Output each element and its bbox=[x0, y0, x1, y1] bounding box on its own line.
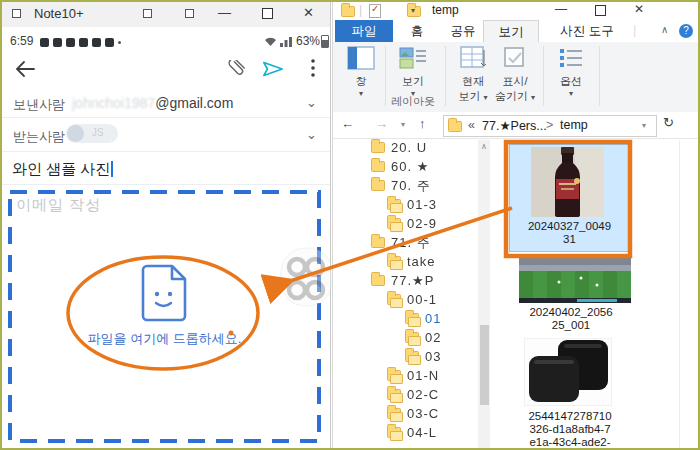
file-list-divider bbox=[679, 140, 680, 448]
ribbon-panel: 창 ▾ 보기 ▾ 레이아웃 현재 bbox=[333, 42, 700, 113]
forward-button[interactable]: → bbox=[375, 116, 388, 131]
dropdown-caret-icon: ▾ bbox=[531, 93, 535, 102]
tree-item[interactable]: 01-3 bbox=[333, 195, 479, 214]
tree-item[interactable]: 20. U bbox=[333, 138, 479, 157]
phone-emulator-window: Note10+ — ✕ 6:59 63% bbox=[0, 0, 331, 450]
recent-locations-icon[interactable]: ▾ bbox=[401, 120, 405, 129]
file-name[interactable]: 20240402_2056 25_001 bbox=[511, 306, 631, 332]
tree-item[interactable]: 70. 주 bbox=[333, 176, 479, 195]
emulator-tool-icon-2[interactable] bbox=[185, 9, 194, 18]
tab-home[interactable]: 홈 bbox=[397, 20, 437, 42]
tab-separator: | bbox=[633, 23, 636, 37]
folder-icon bbox=[371, 237, 385, 248]
signal-icon bbox=[280, 36, 293, 47]
view-layout-button[interactable]: 보기 ▾ bbox=[391, 46, 435, 98]
file-explorer-window: | ✓ ▾ temp — ✕ 파일 홈 공유 보기 사진 도구 | ∧ ? bbox=[332, 0, 700, 450]
current-view-icon bbox=[460, 46, 486, 70]
tab-file[interactable]: 파일 bbox=[335, 20, 393, 42]
minimize-button[interactable]: — bbox=[218, 5, 231, 20]
folder-icon bbox=[387, 199, 401, 210]
options-icon bbox=[558, 46, 584, 70]
explorer-window-title: temp bbox=[432, 3, 459, 17]
current-view-button[interactable]: 현재 보기 ▾ bbox=[451, 46, 495, 104]
options-button[interactable]: 옵션 ▾ bbox=[549, 46, 593, 98]
dropdown-caret-icon: ▾ bbox=[549, 89, 593, 98]
tree-item[interactable]: 02 bbox=[333, 328, 479, 347]
back-button[interactable]: ← bbox=[341, 116, 354, 131]
qat-dropdown-icon[interactable]: ▾ bbox=[411, 6, 415, 15]
close-button[interactable]: ✕ bbox=[634, 2, 644, 16]
breadcrumb-overflow[interactable]: « bbox=[468, 118, 475, 132]
dropdown-caret-icon: ▾ bbox=[341, 89, 381, 98]
pane-button[interactable]: 창 ▾ bbox=[341, 46, 381, 98]
tree-item[interactable]: 02-9 bbox=[333, 214, 479, 233]
breadcrumb-current[interactable]: temp bbox=[560, 118, 588, 132]
tree-item[interactable]: 00-1 bbox=[333, 290, 479, 309]
wine-bottle-thumbnail[interactable] bbox=[531, 147, 604, 217]
tree-item[interactable]: 03-C bbox=[333, 404, 479, 423]
tab-picture-tools[interactable]: 사진 도구 bbox=[549, 20, 625, 42]
tree-item[interactable]: 04-L bbox=[333, 423, 479, 442]
folder-icon bbox=[405, 351, 419, 362]
emulator-tool-icon-1[interactable] bbox=[143, 9, 152, 18]
show-hide-button[interactable]: 표시/ 숨기기 ▾ bbox=[491, 46, 539, 104]
recipient-chip-label: JS bbox=[92, 127, 104, 138]
tree-item[interactable]: 02-C bbox=[333, 385, 479, 404]
tree-scrollbar[interactable]: ∧ bbox=[478, 140, 490, 450]
folder-icon bbox=[371, 180, 385, 191]
refresh-button[interactable]: ↻ bbox=[663, 115, 674, 130]
attachment-paperclip-icon[interactable] bbox=[226, 60, 248, 78]
subject-input[interactable]: 와인 샘플 사진 bbox=[12, 160, 113, 179]
folder-icon bbox=[341, 6, 355, 17]
breadcrumb-box[interactable]: « 77.★Pers... > temp ▾ bbox=[443, 115, 657, 137]
breadcrumb-separator: > bbox=[546, 118, 553, 132]
minimize-button[interactable]: — bbox=[555, 2, 567, 16]
tree-item-zip[interactable]: take bbox=[333, 252, 479, 271]
scrollbar-thumb[interactable] bbox=[480, 325, 489, 405]
from-expand-chevron-icon[interactable]: ⌄ bbox=[306, 95, 317, 110]
zip-folder-icon bbox=[387, 256, 401, 267]
soccer-field-thumbnail[interactable] bbox=[519, 258, 631, 303]
help-icon[interactable]: ? bbox=[679, 24, 693, 38]
screenshot-root: Note10+ — ✕ 6:59 63% bbox=[0, 0, 700, 450]
drop-hint-text: 파일을 여기에 드롭하세요. bbox=[8, 330, 321, 348]
to-expand-chevron-icon[interactable]: ⌄ bbox=[306, 127, 317, 142]
tab-share[interactable]: 공유 bbox=[439, 20, 487, 42]
tree-item[interactable]: 01-N bbox=[333, 366, 479, 385]
back-arrow-icon[interactable] bbox=[14, 60, 36, 78]
maximize-button[interactable] bbox=[262, 8, 273, 19]
document-smiley-icon bbox=[139, 264, 191, 322]
text-cursor bbox=[111, 161, 113, 177]
file-name[interactable]: 20240327_0049 31 bbox=[511, 220, 628, 246]
folder-icon bbox=[387, 427, 401, 438]
explorer-titlebar: | ✓ ▾ temp — ✕ bbox=[333, 0, 700, 20]
tree-item-current[interactable]: 77.★P bbox=[333, 271, 479, 290]
tree-item[interactable]: 71. 주 bbox=[333, 233, 479, 252]
breadcrumb-parent[interactable]: 77.★Pers... bbox=[482, 118, 547, 133]
up-button[interactable]: ↑ bbox=[419, 116, 426, 131]
show-hide-icon bbox=[503, 46, 527, 70]
tab-view[interactable]: 보기 bbox=[483, 20, 539, 42]
folder-icon bbox=[371, 275, 385, 286]
emulator-menu-icon[interactable] bbox=[12, 9, 21, 18]
phone-window-title: Note10+ bbox=[34, 6, 84, 21]
send-icon[interactable] bbox=[262, 60, 284, 78]
recipient-chip[interactable]: JS bbox=[66, 124, 118, 143]
address-bar: ← → ▾ ↑ « 77.★Pers... > temp ▾ ↻ bbox=[333, 112, 700, 139]
tree-item[interactable]: 60. ★ bbox=[333, 157, 479, 176]
more-options-icon[interactable] bbox=[310, 58, 316, 78]
file-name[interactable]: 2544147278710 326-d1a8afb4-7 e1a-43c4-ad… bbox=[511, 410, 629, 449]
tree-item[interactable]: 03 bbox=[333, 347, 479, 366]
phone-status-bar: 6:59 63% bbox=[0, 27, 330, 54]
close-button[interactable]: ✕ bbox=[303, 5, 314, 20]
folder-icon bbox=[387, 408, 401, 419]
maximize-button[interactable] bbox=[595, 5, 606, 16]
hard-drives-thumbnail[interactable] bbox=[524, 338, 612, 406]
collapse-ribbon-icon[interactable]: ∧ bbox=[661, 24, 668, 35]
from-email-local: johnchoi1987 bbox=[72, 95, 155, 111]
properties-check-icon[interactable]: ✓ bbox=[369, 4, 381, 18]
address-dropdown-icon[interactable]: ▾ bbox=[642, 121, 646, 130]
folder-icon bbox=[387, 294, 401, 305]
tree-item[interactable]: 01 bbox=[333, 309, 479, 328]
scroll-up-icon[interactable]: ∧ bbox=[478, 142, 490, 151]
